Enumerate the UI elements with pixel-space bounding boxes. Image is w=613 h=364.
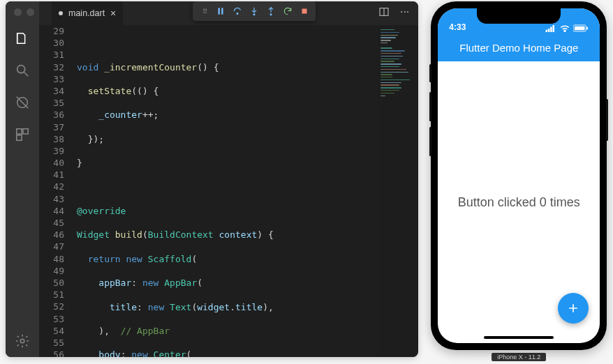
- close-icon[interactable]: ×: [110, 8, 116, 18]
- svg-point-14: [270, 14, 272, 15]
- svg-rect-19: [548, 29, 550, 32]
- step-into-icon[interactable]: [246, 3, 263, 20]
- simulator-panel: 4:33 Flutter Demo Home Page Button click…: [425, 0, 613, 364]
- explorer-icon[interactable]: [14, 30, 31, 47]
- svg-rect-20: [550, 26, 552, 32]
- settings-gear-icon[interactable]: [14, 333, 31, 349]
- svg-rect-8: [219, 8, 220, 14]
- step-out-icon[interactable]: [263, 3, 279, 20]
- svg-rect-18: [546, 29, 548, 31]
- svg-point-7: [20, 339, 24, 343]
- device-label: iPhone X - 11.2: [492, 353, 546, 361]
- app-bar: Flutter Demo Home Page: [438, 33, 600, 61]
- svg-rect-9: [221, 8, 223, 14]
- step-over-icon[interactable]: [229, 3, 246, 20]
- extensions-icon[interactable]: [14, 126, 31, 143]
- debug-toolbar[interactable]: ⠿: [193, 1, 316, 21]
- ide-window: main.dart × ⠿ ··· 2930313233343536373839…: [6, 1, 418, 357]
- counter-text: Button clicked 0 times: [458, 195, 580, 210]
- svg-point-0: [17, 66, 25, 73]
- signal-icon: [545, 25, 556, 32]
- tab-filename: main.dart: [68, 8, 105, 18]
- more-icon[interactable]: ···: [399, 6, 411, 18]
- svg-rect-25: [587, 27, 589, 30]
- status-right: [545, 24, 589, 32]
- battery-icon: [573, 24, 589, 32]
- svg-rect-24: [575, 26, 585, 31]
- drag-handle-icon[interactable]: ⠿: [195, 3, 212, 20]
- split-editor-icon[interactable]: [378, 6, 390, 18]
- svg-point-22: [564, 30, 566, 31]
- svg-rect-6: [17, 135, 22, 140]
- pause-icon[interactable]: [212, 3, 229, 20]
- svg-rect-15: [302, 9, 307, 14]
- svg-line-1: [24, 73, 29, 77]
- power-button: [606, 99, 608, 141]
- editor-column: main.dart × ⠿ ··· 2930313233343536373839…: [39, 1, 418, 357]
- volume-up-button: [429, 92, 431, 121]
- code-editor[interactable]: 2930313233343536373839404142434445464748…: [39, 25, 418, 357]
- svg-rect-4: [17, 129, 22, 134]
- plus-icon: [566, 301, 580, 315]
- line-gutter: 2930313233343536373839404142434445464748…: [39, 25, 77, 357]
- status-time: 4:33: [449, 22, 466, 32]
- file-tab[interactable]: main.dart ×: [52, 1, 123, 25]
- debug-icon[interactable]: [14, 94, 31, 111]
- phone-screen[interactable]: 4:33 Flutter Demo Home Page Button click…: [438, 8, 600, 343]
- mute-switch: [429, 64, 431, 82]
- modified-dot-icon: [59, 11, 63, 15]
- minimap[interactable]: [378, 25, 418, 357]
- search-icon[interactable]: [14, 62, 31, 79]
- minimize-dot[interactable]: [27, 8, 34, 16]
- svg-rect-5: [23, 129, 28, 134]
- restart-icon[interactable]: [279, 3, 296, 20]
- fab-add-button[interactable]: [558, 293, 589, 324]
- app-title: Flutter Demo Home Page: [459, 42, 578, 54]
- svg-line-3: [17, 97, 29, 109]
- volume-down-button: [429, 127, 431, 156]
- activity-bar: [6, 1, 39, 357]
- code-body[interactable]: void _incrementCounter() { setState(() {…: [77, 25, 418, 357]
- stop-icon[interactable]: [296, 3, 313, 20]
- home-indicator[interactable]: [484, 336, 554, 339]
- wifi-icon: [560, 25, 570, 32]
- svg-rect-21: [553, 25, 555, 32]
- phone-frame: 4:33 Flutter Demo Home Page Button click…: [431, 1, 607, 350]
- notch: [477, 8, 561, 24]
- svg-point-10: [237, 13, 238, 15]
- svg-point-12: [253, 14, 255, 15]
- close-dot[interactable]: [14, 8, 22, 16]
